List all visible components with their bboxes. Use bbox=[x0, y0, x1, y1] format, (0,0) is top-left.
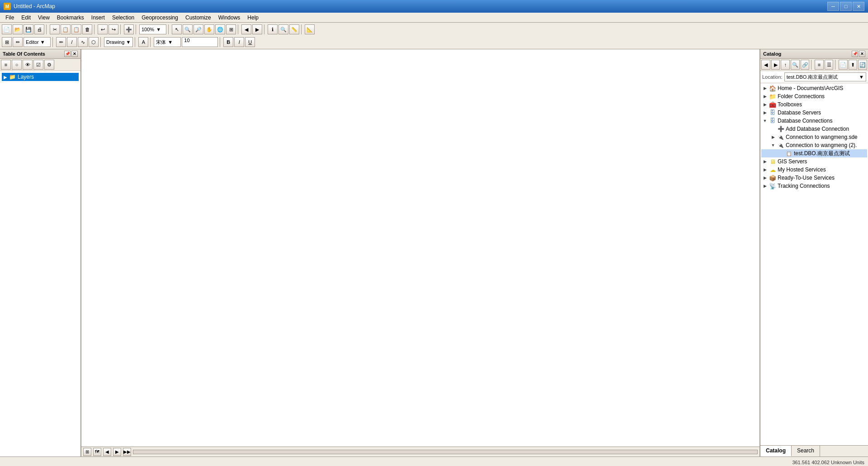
catalog-ready-to-use-item[interactable]: ▶ 📦 Ready-To-Use Services bbox=[761, 174, 867, 182]
font-family-dropdown[interactable]: 宋体 ▼ bbox=[154, 37, 181, 47]
toc-close-button[interactable]: ✕ bbox=[71, 51, 78, 57]
measure-button[interactable]: 📏 bbox=[289, 24, 299, 34]
add-db-connection-item[interactable]: ▶ ➕ Add Database Connection bbox=[761, 125, 867, 133]
add-data-button[interactable]: ➕ bbox=[124, 24, 134, 34]
paste-button[interactable]: 📋 bbox=[71, 24, 81, 34]
menu-bookmarks[interactable]: Bookmarks bbox=[53, 13, 88, 22]
menu-windows[interactable]: Windows bbox=[215, 13, 244, 22]
wangmeng-toggle[interactable]: ▶ bbox=[770, 134, 776, 140]
close-button[interactable]: ✕ bbox=[853, 2, 864, 11]
line-btn[interactable]: / bbox=[67, 37, 77, 47]
catalog-back-btn[interactable]: ◀ bbox=[761, 60, 770, 70]
font-btn[interactable]: A bbox=[138, 37, 148, 47]
zoom-in-button[interactable]: 🔍 bbox=[183, 24, 193, 34]
folder-connections-toggle[interactable]: ▶ bbox=[762, 94, 768, 99]
catalog-tab[interactable]: Catalog bbox=[760, 446, 792, 456]
data-view-btn[interactable]: 🗺 bbox=[93, 448, 101, 456]
location-input[interactable]: test.DBO.南京最点测试 ▼ bbox=[784, 72, 866, 81]
toc-selection-btn[interactable]: ☑ bbox=[33, 60, 43, 70]
catalog-home-item[interactable]: ▶ 🏠 Home - Documents\ArcGIS bbox=[761, 84, 867, 92]
catalog-fwd-btn[interactable]: ▶ bbox=[771, 60, 780, 70]
editor-dropdown[interactable]: Editor ▼ bbox=[24, 37, 51, 47]
globe-button[interactable]: 🌐 bbox=[215, 24, 225, 34]
catalog-close-button[interactable]: ✕ bbox=[859, 51, 865, 57]
pan-button[interactable]: ✋ bbox=[204, 24, 214, 34]
catalog-details-btn[interactable]: ≡ bbox=[815, 60, 824, 70]
menu-customize[interactable]: Customize bbox=[182, 13, 215, 22]
copy-button[interactable]: 📋 bbox=[61, 24, 71, 34]
conn-wangmeng-item[interactable]: ▶ 🔌 Connection to wangmeng.sde bbox=[761, 133, 867, 141]
catalog-connect-btn[interactable]: 🔗 bbox=[801, 60, 810, 70]
redo-button[interactable]: ↪ bbox=[108, 24, 118, 34]
poly-btn[interactable]: ⬡ bbox=[89, 37, 99, 47]
delete-button[interactable]: 🗑 bbox=[82, 24, 92, 34]
catalog-new-btn[interactable]: 📄 bbox=[839, 60, 848, 70]
menu-help[interactable]: Help bbox=[244, 13, 262, 22]
open-button[interactable]: 📂 bbox=[13, 24, 23, 34]
new-button[interactable]: 📄 bbox=[2, 24, 12, 34]
play-btn[interactable]: ▶ bbox=[113, 448, 121, 456]
map-view[interactable] bbox=[81, 49, 760, 447]
edit-layer-btn[interactable]: ⊞ bbox=[2, 37, 12, 47]
layout-view-btn[interactable]: ⊞ bbox=[83, 448, 91, 456]
cut-button[interactable]: ✂ bbox=[50, 24, 60, 34]
bold-btn[interactable]: B bbox=[223, 37, 233, 47]
toc-options-btn[interactable]: ⚙ bbox=[44, 60, 54, 70]
toc-header-controls[interactable]: 📌 ✕ bbox=[64, 51, 78, 57]
test-dbo-item[interactable]: ▶ 📋 test.DBO.南京最点测试 bbox=[761, 149, 867, 157]
font-size-box[interactable]: 10 bbox=[182, 37, 218, 47]
identify-button[interactable]: ℹ bbox=[268, 24, 278, 34]
find-button[interactable]: 🔍 bbox=[278, 24, 288, 34]
catalog-refresh-btn[interactable]: 🔄 bbox=[858, 60, 867, 70]
forward-button[interactable]: ▶ bbox=[252, 24, 262, 34]
menu-edit[interactable]: Edit bbox=[18, 13, 34, 22]
toc-visibility-btn[interactable]: 👁 bbox=[23, 60, 33, 70]
catalog-tracking-item[interactable]: ▶ 📡 Tracking Connections bbox=[761, 182, 867, 190]
gis-servers-toggle[interactable]: ▶ bbox=[762, 159, 768, 164]
pencil-btn[interactable]: ✏ bbox=[56, 37, 66, 47]
maximize-button[interactable]: □ bbox=[840, 2, 852, 11]
db-connections-toggle[interactable]: ▼ bbox=[762, 118, 768, 124]
hosted-services-toggle[interactable]: ▶ bbox=[762, 167, 768, 172]
ready-to-use-toggle[interactable]: ▶ bbox=[762, 175, 768, 181]
nav-prev-btn[interactable]: ◀ bbox=[103, 448, 111, 456]
catalog-header-controls[interactable]: 📌 ✕ bbox=[852, 51, 865, 57]
italic-btn[interactable]: I bbox=[234, 37, 244, 47]
print-button[interactable]: 🖨 bbox=[34, 24, 44, 34]
minimize-button[interactable]: ─ bbox=[827, 2, 839, 11]
toc-pin-button[interactable]: 📌 bbox=[64, 51, 71, 57]
db-servers-toggle[interactable]: ▶ bbox=[762, 110, 768, 115]
catalog-pin-button[interactable]: 📌 bbox=[852, 51, 858, 57]
layout-button[interactable]: 📐 bbox=[305, 24, 315, 34]
menu-insert[interactable]: Insert bbox=[88, 13, 108, 22]
underline-btn[interactable]: U bbox=[245, 37, 255, 47]
curve-btn[interactable]: ∿ bbox=[78, 37, 88, 47]
catalog-hosted-services-item[interactable]: ▶ ☁ My Hosted Services bbox=[761, 166, 867, 174]
zoom-out-button[interactable]: 🔎 bbox=[193, 24, 203, 34]
drawing-dropdown[interactable]: Drawing ▼ bbox=[104, 37, 133, 47]
save-button[interactable]: 💾 bbox=[24, 24, 33, 34]
nav-next-btn[interactable]: ▶▶ bbox=[123, 448, 131, 456]
catalog-folder-connections-item[interactable]: ▶ 📁 Folder Connections bbox=[761, 92, 867, 100]
back-button[interactable]: ◀ bbox=[241, 24, 251, 34]
full-extent-button[interactable]: ⊞ bbox=[226, 24, 236, 34]
catalog-db-connections-item[interactable]: ▼ 🗄 Database Connections bbox=[761, 117, 867, 125]
home-toggle[interactable]: ▶ bbox=[762, 86, 768, 91]
conn-wangmeng2-item[interactable]: ▼ 🔌 Connection to wangmeng (2). bbox=[761, 141, 867, 149]
toc-list-btn[interactable]: ≡ bbox=[1, 60, 11, 70]
toc-source-btn[interactable]: ○ bbox=[12, 60, 22, 70]
menu-selection[interactable]: Selection bbox=[108, 13, 138, 22]
wangmeng2-toggle[interactable]: ▼ bbox=[770, 143, 776, 148]
catalog-toolboxes-item[interactable]: ▶ 🧰 Toolboxes bbox=[761, 100, 867, 109]
catalog-gis-servers-item[interactable]: ▶ 🖥 GIS Servers bbox=[761, 157, 867, 166]
drawing-mode-btn[interactable]: ✏ bbox=[13, 37, 23, 47]
catalog-list-btn[interactable]: ☰ bbox=[825, 60, 834, 70]
menu-geoprocessing[interactable]: Geoprocessing bbox=[138, 13, 182, 22]
catalog-upload-btn[interactable]: ⬆ bbox=[849, 60, 858, 70]
menu-file[interactable]: File bbox=[2, 13, 18, 22]
catalog-up-btn[interactable]: ↑ bbox=[781, 60, 790, 70]
catalog-db-servers-item[interactable]: ▶ 🗄 Database Servers bbox=[761, 109, 867, 117]
search-tab[interactable]: Search bbox=[792, 446, 820, 456]
zoom-dropdown[interactable]: 100% ▼ bbox=[139, 24, 166, 34]
toc-layers-item[interactable]: ▶ 📁 Layers bbox=[2, 73, 79, 81]
